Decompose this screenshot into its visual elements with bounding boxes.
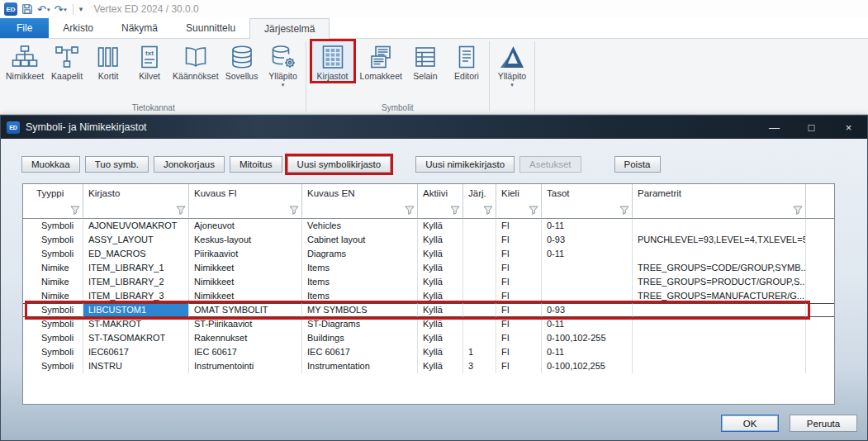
table-row[interactable]: SymboliIEC60617IEC 60617IEC 60617Kyllä1F… — [23, 345, 834, 359]
asetukset-button[interactable]: Asetukset — [519, 156, 581, 173]
table-cell: ED_MACROS — [83, 247, 189, 261]
filter-funnel-icon[interactable] — [450, 206, 460, 215]
ribbon-button-kaannokset[interactable]: Käännökset — [170, 41, 221, 81]
undo-icon[interactable]: ↶▾ — [37, 4, 50, 15]
ribbon-button-lomakkeet[interactable]: Lomakkeet — [358, 41, 405, 81]
ribbon-button-label: Nimikkeet — [6, 71, 44, 81]
column-header-7[interactable]: Tasot — [542, 184, 633, 202]
table-row[interactable]: SymboliLIBCUSTOM1OMAT SYMBOLITMY SYMBOLS… — [23, 303, 834, 317]
ribbon-button-kirjastot[interactable]: Kirjastot — [312, 41, 353, 81]
minimize-button[interactable]: — — [756, 116, 793, 139]
redo-icon[interactable]: ↷▾ — [54, 4, 66, 15]
table-cell: Symboli — [23, 331, 83, 345]
qat-customize-dropdown-icon[interactable]: ▾ — [79, 5, 83, 13]
table-cell: FI — [496, 247, 542, 261]
filter-funnel-icon[interactable] — [529, 206, 538, 215]
column-header-2[interactable]: Kuvaus FI — [189, 184, 302, 202]
filter-funnel-icon[interactable] — [176, 206, 186, 215]
row-filler — [806, 345, 834, 359]
ribbon-button-kortit[interactable]: Kortit — [88, 41, 129, 81]
column-header-0[interactable]: Tyyppi — [23, 184, 83, 202]
table-cell: 0-100,102-255 — [542, 331, 633, 345]
table-row[interactable]: SymboliST-MAKROTST-PiirikaaviotST-Diagra… — [23, 317, 834, 331]
undo-dropdown-icon[interactable]: ▾ — [47, 7, 50, 12]
table-cell: Kyllä — [418, 219, 463, 233]
column-header-3[interactable]: Kuvaus EN — [302, 184, 418, 202]
filter-funnel-icon[interactable] — [405, 206, 415, 215]
ok-button[interactable]: OK — [721, 415, 779, 432]
table-header: TyyppiKirjastoKuvaus FIKuvaus ENAktiiviJ… — [23, 184, 834, 202]
maximize-button[interactable]: □ — [793, 116, 830, 139]
column-header-5[interactable]: Järj. — [463, 184, 496, 202]
group-separator — [489, 41, 490, 111]
tab-jarjestelma[interactable]: Järjestelmä — [249, 18, 330, 39]
tab-suunnittelu[interactable]: Suunnittelu — [172, 18, 249, 38]
table-row[interactable]: SymboliST-TASOMAKROTRakennuksetBuildings… — [23, 331, 834, 345]
table-cell: Nimikkeet — [189, 289, 302, 303]
hierarchy-icon — [12, 44, 38, 70]
jonokorjaus-button[interactable]: Jonokorjaus — [154, 156, 225, 173]
table-row[interactable]: NimikeITEM_LIBRARY_2NimikkeetItemsKylläF… — [23, 275, 834, 289]
tuo-symb-button[interactable]: Tuo symb. — [85, 156, 149, 173]
cancel-button[interactable]: Peruuta — [790, 415, 857, 432]
table-cell: Symboli — [23, 247, 83, 261]
table-cell: Vehicles — [302, 219, 418, 233]
column-header-1[interactable]: Kirjasto — [83, 184, 189, 202]
grid-icon — [320, 44, 346, 70]
ribbon-group-label — [491, 102, 533, 114]
cards-icon — [95, 44, 121, 70]
ribbon-button-kilvet[interactable]: txtKilvet — [129, 41, 170, 81]
ribbon-button-label: Lomakkeet — [360, 71, 402, 81]
ribbon-button-editori[interactable]: Editori — [446, 41, 487, 81]
uusi-symbolikirjasto-button[interactable]: Uusi symbolikirjasto — [287, 156, 391, 173]
ribbon-button-yllapito-vertex[interactable]: Ylläpito▾ — [491, 41, 533, 88]
table-filter-row — [23, 202, 834, 219]
close-button[interactable]: × — [830, 116, 867, 139]
save-icon[interactable] — [21, 3, 33, 15]
table-row[interactable]: NimikeITEM_LIBRARY_1NimikkeetItemsKylläF… — [23, 261, 834, 275]
table-cell: FI — [496, 233, 542, 247]
ribbon-button-yllapito-tietokannat[interactable]: Ylläpito▾ — [263, 41, 304, 88]
column-header-6[interactable]: Kieli — [496, 184, 542, 202]
tab-arkisto[interactable]: Arkisto — [49, 18, 107, 38]
table-cell: Items — [302, 289, 418, 303]
filter-funnel-icon[interactable] — [619, 206, 629, 215]
table-cell: 0-93 — [542, 233, 633, 247]
table-cell: IEC 60617 — [302, 345, 418, 359]
table-row[interactable]: SymboliED_MACROSPiirikaaviotDiagramsKyll… — [23, 247, 834, 261]
tab-nakyma[interactable]: Näkymä — [107, 18, 172, 38]
table-row[interactable]: SymboliASSY_LAYOUTKeskus-layoutCabinet l… — [23, 233, 834, 247]
table-cell: Kyllä — [418, 303, 463, 317]
row-filler — [806, 247, 834, 261]
ribbon-button-sovellus[interactable]: Sovellus — [221, 41, 263, 81]
table-cell: Symboli — [23, 303, 83, 317]
muokkaa-button[interactable]: Muokkaa — [21, 156, 80, 173]
ribbon-button-kaapelit[interactable]: Kaapelit — [46, 41, 88, 81]
table-cell — [542, 261, 633, 275]
table-row[interactable]: SymboliINSTRUInstrumentointiInstrumentat… — [23, 359, 834, 373]
dialog-titlebar[interactable]: ED Symboli- ja Nimikekirjastot — □ × — [1, 116, 867, 139]
ribbon-button-nimikkeet[interactable]: Nimikkeet — [3, 41, 46, 81]
table-row[interactable]: NimikeITEM_LIBRARY_3NimikkeetItemsKylläF… — [23, 289, 834, 303]
ribbon-button-selain[interactable]: Selain — [405, 41, 446, 81]
app-logo-icon[interactable]: ED — [4, 2, 17, 16]
column-header-4[interactable]: Aktiivi — [418, 184, 463, 202]
filter-funnel-icon[interactable] — [793, 206, 803, 215]
filter-funnel-icon[interactable] — [289, 206, 299, 215]
redo-dropdown-icon[interactable]: ▾ — [64, 7, 67, 12]
mitoitus-button[interactable]: Mitoitus — [230, 156, 282, 173]
table-cell: AJONEUVOMAKROT — [83, 219, 189, 233]
column-header-8[interactable]: Parametrit — [633, 184, 806, 202]
dialog-toolbar: MuokkaaTuo symb.JonokorjausMitoitusUusi … — [21, 156, 661, 173]
filter-funnel-icon[interactable] — [483, 206, 493, 215]
uusi-nimikekirjasto-button[interactable]: Uusi nimikekirjasto — [415, 156, 515, 173]
ribbon-button-label: Ylläpito — [268, 71, 296, 81]
table-row[interactable]: SymboliAJONEUVOMAKROTAjoneuvotVehiclesKy… — [23, 219, 834, 233]
filter-funnel-icon[interactable] — [70, 206, 80, 215]
table-cell: 3 — [463, 359, 496, 373]
app-title: Vertex ED 2024 / 30.0.0 — [93, 3, 198, 15]
poista-button[interactable]: Poista — [614, 156, 661, 173]
chevron-down-icon: ▾ — [282, 81, 285, 88]
tab-file[interactable]: File — [0, 18, 49, 38]
table-cell: Ajoneuvot — [189, 219, 302, 233]
